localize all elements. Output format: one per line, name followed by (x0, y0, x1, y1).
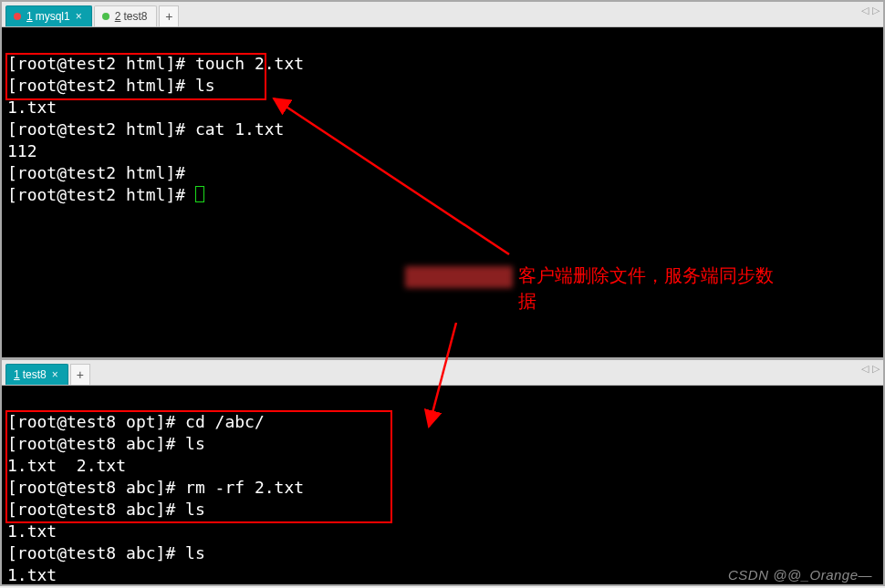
terminal-line: [root@test8 abc]# ls (7, 500, 205, 519)
tab-label: test8 (123, 10, 147, 23)
nav-right-icon[interactable]: ▷ (872, 5, 880, 16)
terminal-line: 1.txt (7, 565, 57, 584)
terminal-line: [root@test2 html]# ls (7, 76, 215, 95)
tab-index: 2 (115, 10, 121, 23)
terminal-line: [root@test8 abc]# rm -rf 2.txt (7, 478, 304, 497)
cursor-icon (195, 186, 204, 202)
tab-mysql1[interactable]: 1 mysql1 × (5, 5, 92, 26)
tab-nav: ◁ ▷ (861, 363, 880, 375)
tab-label: test8 (23, 368, 47, 381)
tab-test8-bottom[interactable]: 1 test8 × (5, 364, 68, 385)
status-dot-icon (14, 13, 21, 20)
terminal-line: [root@test2 html]# cat 1.txt (7, 119, 284, 139)
terminal-line: [root@test8 abc]# ls (7, 543, 205, 562)
add-tab-button[interactable]: + (70, 364, 90, 385)
terminal-line: [root@test2 html]# touch 2.txt (7, 54, 304, 73)
close-icon[interactable]: × (76, 10, 82, 23)
nav-left-icon[interactable]: ◁ (861, 5, 869, 16)
terminal-line: 1.txt (7, 98, 57, 117)
tab-bar-top: 1 mysql1 × 2 test8 + ◁ ▷ (2, 2, 883, 27)
tab-nav: ◁ ▷ (861, 5, 880, 16)
terminal-line: [root@test2 html]# (7, 163, 195, 182)
terminal-bottom[interactable]: [root@test8 opt]# cd /abc/ [root@test8 a… (2, 386, 883, 584)
tab-index: 1 (14, 368, 20, 381)
terminal-line: [root@test2 html]# (7, 185, 204, 204)
terminal-line: 1.txt 2.txt (7, 456, 126, 475)
terminal-line: 112 (7, 141, 37, 160)
tab-label: mysql1 (36, 10, 70, 23)
tab-bar-bottom: 1 test8 × + ◁ ▷ (2, 360, 883, 386)
tab-index: 1 (26, 10, 33, 23)
terminal-pane-bottom: 1 test8 × + ◁ ▷ [root@test8 opt]# cd /ab… (0, 358, 885, 586)
close-icon[interactable]: × (52, 368, 58, 381)
status-dot-icon (102, 13, 109, 20)
tab-test8[interactable]: 2 test8 (94, 5, 158, 26)
redacted-label (405, 266, 513, 288)
nav-left-icon[interactable]: ◁ (861, 363, 869, 375)
annotation-text: 客户端删除文件，服务端同步数据 (518, 263, 785, 314)
annotation-label: 客户端删除文件，服务端同步数据 (405, 263, 797, 314)
add-tab-button[interactable]: + (159, 5, 179, 26)
nav-right-icon[interactable]: ▷ (872, 363, 880, 375)
terminal-line: 1.txt (7, 521, 57, 541)
terminal-line: [root@test8 abc]# ls (7, 434, 205, 453)
terminal-line: [root@test8 opt]# cd /abc/ (7, 412, 265, 431)
watermark: CSDN @@_Orange— (728, 567, 872, 583)
